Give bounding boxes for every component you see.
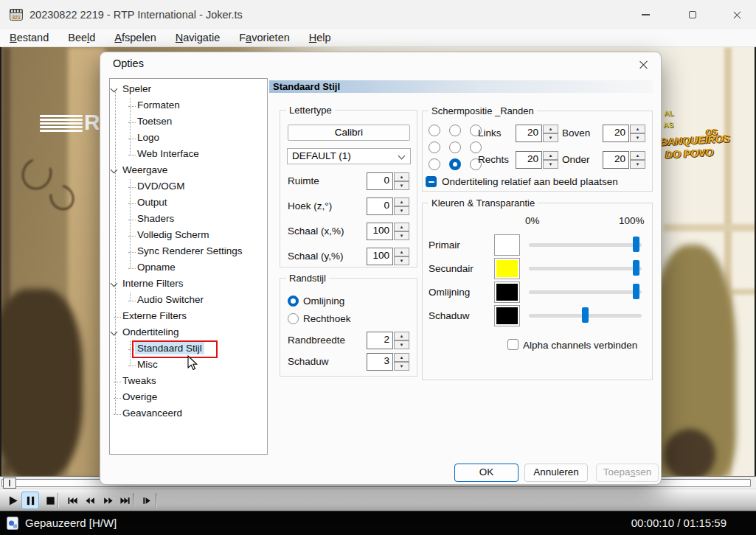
tree-item-toetsen[interactable]: Toetsen bbox=[110, 114, 267, 130]
spin-up-button[interactable]: ▲ bbox=[630, 125, 645, 133]
spin-down-button[interactable]: ▼ bbox=[394, 231, 409, 240]
tree-item-speler[interactable]: Speler bbox=[110, 82, 267, 98]
rewind-button[interactable] bbox=[81, 492, 99, 509]
boven-margin-value[interactable]: 20 bbox=[603, 125, 629, 142]
position-grid-radio-5[interactable] bbox=[470, 141, 482, 153]
tree-item-audio-switcher[interactable]: Audio Switcher bbox=[110, 293, 267, 309]
spin-down-button[interactable]: ▼ bbox=[630, 133, 645, 142]
rechthoek-radio-button[interactable] bbox=[288, 313, 299, 324]
tree-item-sync-renderer-settings[interactable]: Sync Renderer Settings bbox=[110, 244, 267, 260]
tree-item-interne-filters[interactable]: Interne Filters bbox=[110, 276, 267, 293]
play-button[interactable] bbox=[4, 492, 22, 509]
tree-item-opname[interactable]: Opname bbox=[110, 260, 267, 276]
spin-up-button[interactable]: ▲ bbox=[630, 151, 645, 160]
menu-item-favorieten[interactable]: Favorieten bbox=[229, 29, 299, 46]
omlijning-alpha-thumb[interactable] bbox=[633, 284, 639, 299]
spin-down-button[interactable]: ▼ bbox=[394, 256, 409, 265]
relative-position-checkbox[interactable] bbox=[426, 176, 437, 187]
tree-item-web-interface[interactable]: Web Interface bbox=[110, 147, 267, 163]
spin-up-button[interactable]: ▲ bbox=[543, 125, 558, 133]
dialog-close-button[interactable] bbox=[631, 54, 655, 76]
rewind-icon bbox=[85, 495, 96, 506]
primair-alpha-slider[interactable] bbox=[529, 243, 642, 247]
schaduw-value[interactable]: 3 bbox=[367, 353, 393, 371]
omlijning-alpha-slider[interactable] bbox=[529, 290, 642, 294]
ruimte-value[interactable]: 0 bbox=[367, 172, 393, 190]
secundair-color-swatch[interactable] bbox=[494, 258, 520, 279]
maximize-button[interactable] bbox=[676, 1, 710, 28]
position-grid-radio-0[interactable] bbox=[429, 125, 440, 136]
pause-button[interactable] bbox=[21, 492, 39, 509]
charset-dropdown[interactable]: DEFAULT (1) bbox=[287, 148, 411, 164]
minimize-button[interactable] bbox=[628, 1, 662, 28]
tree-item-weergave[interactable]: Weergave bbox=[110, 163, 267, 179]
schaal-x-value[interactable]: 100 bbox=[367, 223, 393, 240]
tree-item-output[interactable]: Output bbox=[110, 195, 267, 211]
schaduw-color-swatch[interactable] bbox=[494, 305, 520, 326]
schaduw-alpha-thumb[interactable] bbox=[582, 307, 589, 323]
close-button[interactable] bbox=[720, 1, 754, 28]
tree-item-logo[interactable]: Logo bbox=[110, 130, 267, 147]
spin-down-button[interactable]: ▼ bbox=[630, 160, 645, 169]
tree-item-overige[interactable]: Overige bbox=[110, 390, 267, 406]
spin-down-button[interactable]: ▼ bbox=[394, 181, 409, 190]
stop-button[interactable] bbox=[41, 492, 59, 509]
menu-item-help[interactable]: Help bbox=[299, 29, 341, 46]
chevron-down-icon[interactable] bbox=[111, 280, 118, 287]
chevron-down-icon[interactable] bbox=[111, 329, 118, 336]
links-margin-value[interactable]: 20 bbox=[516, 125, 542, 142]
position-grid-radio-6[interactable] bbox=[429, 158, 440, 170]
tree-item-tweaks[interactable]: Tweaks bbox=[110, 374, 267, 390]
primair-alpha-thumb[interactable] bbox=[633, 237, 639, 252]
spin-down-button[interactable]: ▼ bbox=[543, 133, 558, 142]
menu-item-bestand[interactable]: Bestand bbox=[0, 29, 58, 46]
annuleren-button[interactable]: Annuleren bbox=[524, 464, 588, 482]
chevron-down-icon[interactable] bbox=[111, 85, 118, 93]
spin-up-button[interactable]: ▲ bbox=[543, 151, 558, 160]
menu-item-afspelen[interactable]: Afspelen bbox=[105, 29, 165, 46]
menu-item-navigatie[interactable]: Navigatie bbox=[166, 29, 229, 46]
spin-up-button[interactable]: ▲ bbox=[394, 223, 409, 231]
spin-up-button[interactable]: ▲ bbox=[394, 353, 409, 362]
seek-thumb[interactable] bbox=[3, 478, 16, 489]
tree-item-ondertiteling[interactable]: Ondertiteling bbox=[110, 325, 267, 341]
link-alpha-checkbox[interactable] bbox=[507, 339, 519, 350]
secundair-alpha-thumb[interactable] bbox=[633, 260, 639, 276]
rechts-margin-value[interactable]: 20 bbox=[516, 151, 542, 169]
position-grid-radio-3[interactable] bbox=[429, 141, 440, 153]
omlijning-color-swatch[interactable] bbox=[494, 282, 520, 303]
fast-forward-button[interactable] bbox=[99, 492, 117, 509]
spin-up-button[interactable]: ▲ bbox=[394, 248, 409, 256]
spin-up-button[interactable]: ▲ bbox=[394, 197, 409, 206]
skip-back-button[interactable] bbox=[63, 492, 81, 509]
spin-up-button[interactable]: ▲ bbox=[394, 172, 409, 181]
tree-item-shaders[interactable]: Shaders bbox=[110, 211, 267, 228]
chevron-down-icon[interactable] bbox=[111, 167, 118, 174]
tree-item-geavanceerd[interactable]: Geavanceerd bbox=[110, 406, 267, 422]
skip-forward-button[interactable] bbox=[116, 492, 133, 509]
spin-down-button[interactable]: ▼ bbox=[394, 206, 409, 215]
secundair-alpha-slider[interactable] bbox=[529, 267, 642, 270]
hoek-z-value[interactable]: 0 bbox=[367, 197, 393, 215]
position-grid-radio-4[interactable] bbox=[449, 141, 461, 153]
boven-margin-spinner: 20▲▼ bbox=[603, 125, 645, 142]
ok-button[interactable]: OK bbox=[454, 464, 519, 482]
spin-down-button[interactable]: ▼ bbox=[394, 362, 409, 371]
tree-item-formaten[interactable]: Formaten bbox=[110, 98, 267, 114]
spin-down-button[interactable]: ▼ bbox=[394, 340, 409, 349]
tree-item-dvd-ogm[interactable]: DVD/OGM bbox=[110, 179, 267, 195]
omlijning-radio-button[interactable] bbox=[288, 296, 299, 307]
menu-item-beeld[interactable]: Beeld bbox=[58, 29, 105, 46]
tree-item-externe-filters[interactable]: Externe Filters bbox=[110, 309, 267, 325]
tree-item-volledig-scherm[interactable]: Volledig Scherm bbox=[110, 228, 267, 244]
frame-step-button[interactable] bbox=[138, 492, 156, 509]
primair-color-swatch[interactable] bbox=[494, 234, 520, 256]
schaal-y-value[interactable]: 100 bbox=[367, 248, 393, 265]
position-grid-radio-1[interactable] bbox=[449, 125, 461, 136]
font-select-button[interactable]: Calibri bbox=[288, 125, 410, 141]
randbreedte-value[interactable]: 2 bbox=[367, 332, 393, 349]
onder-margin-value[interactable]: 20 bbox=[603, 151, 629, 169]
position-grid-radio-7[interactable] bbox=[449, 158, 461, 170]
spin-up-button[interactable]: ▲ bbox=[394, 332, 409, 340]
spin-down-button[interactable]: ▼ bbox=[543, 160, 558, 169]
